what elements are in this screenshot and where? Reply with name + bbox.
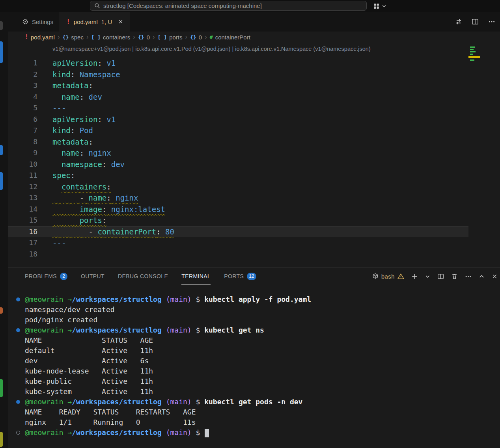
terminal-line: nginx 1/1 Running 0 11s <box>25 417 500 428</box>
bottom-panel: PROBLEMS2OUTPUTDEBUG CONSOLETERMINALPORT… <box>8 267 500 448</box>
symbol-object-icon: {} <box>138 34 144 40</box>
breadcrumb-item[interactable]: [ ]ports <box>158 34 183 41</box>
split-editor-icon[interactable] <box>472 18 479 25</box>
line-number: 16 <box>8 226 37 238</box>
breadcrumb-item[interactable]: [ ]containers <box>91 34 131 41</box>
code-line[interactable]: 16 - containerPort: 80 <box>8 226 500 238</box>
code-line[interactable]: 6apiVersion: v1 <box>8 114 500 125</box>
tab-settings-label: Settings <box>32 19 53 25</box>
code-line[interactable]: 7kind: Pod <box>8 125 500 136</box>
panel-tabs: PROBLEMS2OUTPUTDEBUG CONSOLETERMINALPORT… <box>25 268 256 285</box>
breadcrumb-item[interactable]: {}spec <box>63 34 84 41</box>
terminal-content[interactable]: @meowrain →/workspaces/structlog (main) … <box>8 285 500 448</box>
editor[interactable]: v1@namespace+v1@pod.json | io.k8s.api.co… <box>8 43 500 267</box>
maximize-panel-icon[interactable] <box>479 273 485 279</box>
minimap[interactable] <box>468 43 500 267</box>
chevron-right-icon: › <box>153 33 155 41</box>
terminal-shell-tab[interactable]: bash <box>372 273 404 280</box>
symbol-array-icon: [ ] <box>158 34 167 40</box>
command-decoration-icon[interactable] <box>16 328 20 332</box>
code-line[interactable]: 3metadata: <box>8 80 500 91</box>
breadcrumb-item[interactable]: #containerPort <box>210 34 250 41</box>
breadcrumb-item[interactable]: !pod.yaml <box>25 33 55 41</box>
panel-tab-output[interactable]: OUTPUT <box>81 268 104 285</box>
panel-more-actions-icon[interactable] <box>465 273 472 280</box>
panel-tab-label: PROBLEMS <box>25 273 57 279</box>
panel-tab-debug-console[interactable]: DEBUG CONSOLE <box>118 268 168 285</box>
minimap-mark <box>470 51 476 52</box>
panel-tab-badge: 12 <box>247 273 256 280</box>
code-line[interactable]: 1apiVersion: v1 <box>8 58 500 69</box>
code-line[interactable]: 12 containers: <box>8 181 500 193</box>
command-center-text: structlog [Codespaces: animated space co… <box>103 2 262 9</box>
code-area[interactable]: 1apiVersion: v12kind: Namespace3metadata… <box>8 58 500 260</box>
panel-tab-label: PORTS <box>224 273 244 279</box>
tab-pod-yaml-label: pod.yaml <box>74 19 98 25</box>
breadcrumb: !pod.yaml›{}spec›[ ]containers›{}0›[ ]po… <box>8 32 500 43</box>
terminal-line: dev Active 6s <box>25 356 500 366</box>
activity-bar[interactable] <box>0 12 8 448</box>
tab-pod-yaml[interactable]: ! pod.yaml 1, U <box>60 12 130 32</box>
code-line[interactable]: 18 <box>8 249 500 260</box>
minimap-mark <box>470 59 474 61</box>
symbol-object-icon: {} <box>63 34 69 40</box>
code-line[interactable]: 2kind: Namespace <box>8 69 500 80</box>
split-terminal-icon[interactable] <box>437 273 444 280</box>
line-number: 18 <box>8 249 37 260</box>
command-decoration-icon[interactable] <box>16 297 20 301</box>
chevron-right-icon: › <box>58 33 60 41</box>
terminal-line: NAME STATUS AGE <box>25 335 500 346</box>
warning-file-icon: ! <box>25 33 28 41</box>
code-line[interactable]: 4 name: dev <box>8 91 500 103</box>
new-terminal-icon[interactable] <box>411 273 418 280</box>
line-number: 12 <box>8 181 37 193</box>
code-line[interactable]: 11spec: <box>8 170 500 181</box>
code-line[interactable]: 14 image: nginx:latest <box>8 204 500 215</box>
kill-terminal-icon[interactable] <box>451 273 458 280</box>
panel-tab-terminal[interactable]: TERMINAL <box>181 268 211 285</box>
code-line[interactable]: 9 name: nginx <box>8 147 500 159</box>
close-tab-icon[interactable] <box>118 19 123 24</box>
terminal-line: @meowrain →/workspaces/structlog (main) … <box>25 294 500 305</box>
editor-tab-bar: Settings ! pod.yaml 1, U <box>8 12 500 32</box>
breadcrumb-item[interactable]: {}0 <box>190 34 202 41</box>
line-number: 14 <box>8 204 37 215</box>
code-line[interactable]: 5--- <box>8 102 500 114</box>
panel-tab-bar: PROBLEMS2OUTPUTDEBUG CONSOLETERMINALPORT… <box>8 268 500 285</box>
code-line[interactable]: 8metadata: <box>8 136 500 148</box>
code-line[interactable]: 13 - name: nginx <box>8 192 500 204</box>
code-line[interactable]: 15 ports: <box>8 215 500 226</box>
breadcrumb-item[interactable]: {}0 <box>138 34 150 41</box>
activity-badge <box>0 21 3 30</box>
close-panel-icon[interactable] <box>492 273 498 279</box>
tab-settings[interactable]: Settings <box>16 12 60 32</box>
breadcrumb-label: containerPort <box>215 34 250 41</box>
open-changes-icon[interactable] <box>455 18 462 25</box>
code-line[interactable]: 10 namespace: dev <box>8 159 500 170</box>
terminal-line: kube-system Active 11h <box>25 387 500 397</box>
panel-tab-ports[interactable]: PORTS12 <box>224 268 256 285</box>
activity-badge <box>0 172 3 190</box>
tab-decoration-badge: 1, U <box>101 19 112 25</box>
yaml-schema-status[interactable]: v1@namespace+v1@pod.json | io.k8s.api.co… <box>8 43 500 55</box>
more-actions-icon[interactable] <box>488 18 495 25</box>
codespaces-menu[interactable] <box>373 1 386 11</box>
shell-label: bash <box>381 273 395 280</box>
activity-badge <box>0 145 3 155</box>
panel-tab-problems[interactable]: PROBLEMS2 <box>25 268 67 285</box>
breadcrumb-label: ports <box>169 34 182 41</box>
code-line[interactable]: 17--- <box>8 237 500 249</box>
terminal-line: pod/nginx created <box>25 315 500 325</box>
minimap-mark <box>468 56 480 58</box>
terminal-toolbar: bash <box>372 268 498 285</box>
command-decoration-icon[interactable] <box>16 400 20 404</box>
terminal-line: @meowrain →/workspaces/structlog (main) … <box>25 397 500 407</box>
terminal-line: default Active 11h <box>25 346 500 356</box>
launch-profile-chevron-icon[interactable] <box>425 274 430 279</box>
activity-badge <box>0 41 3 63</box>
chevron-right-icon: › <box>205 33 207 41</box>
command-center-search[interactable]: structlog [Codespaces: animated space co… <box>90 1 367 11</box>
command-decoration-icon[interactable] <box>16 431 20 435</box>
editor-actions <box>455 12 500 32</box>
line-number: 4 <box>8 91 37 103</box>
